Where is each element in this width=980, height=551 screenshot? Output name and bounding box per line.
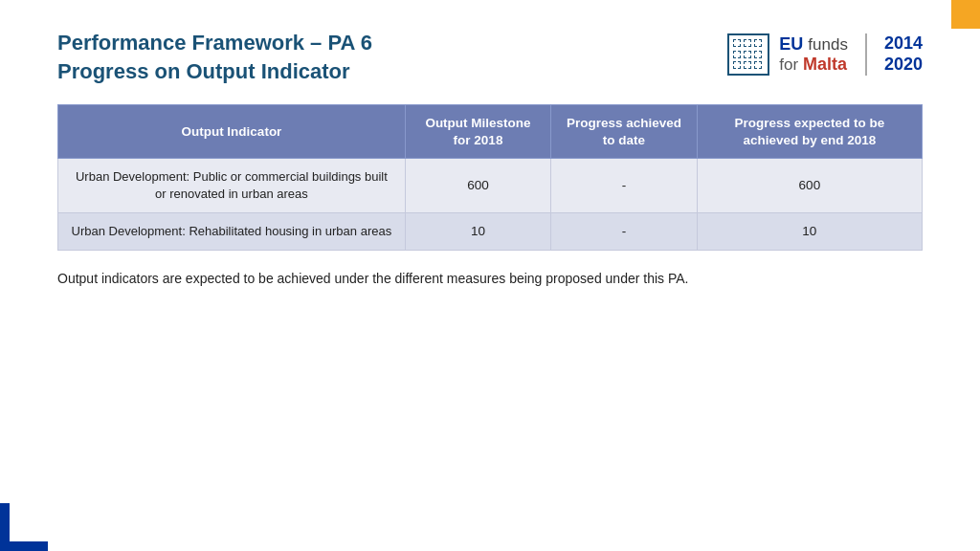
eu-dot-9 (754, 61, 762, 69)
eu-dot-3 (754, 39, 762, 47)
header: Performance Framework – PA 6 Progress on… (57, 29, 923, 85)
eu-funds-text: EU funds (779, 34, 848, 55)
table-row: Urban Development: Rehabilitated housing… (58, 212, 923, 250)
eu-for-malta-text: for Malta (779, 55, 847, 75)
eu-dot-1 (733, 39, 741, 47)
table-row: Urban Development: Public or commercial … (58, 159, 923, 212)
eu-dot-4 (733, 51, 741, 58)
eu-dot-5 (744, 51, 751, 58)
row1-indicator: Urban Development: Public or commercial … (58, 159, 406, 212)
table-header-row: Output Indicator Output Milestone for 20… (58, 105, 923, 159)
eu-logo: EU funds for Malta 2014 2020 (727, 33, 923, 76)
col-header-progress-expected: Progress expected to be achieved by end … (697, 105, 922, 159)
eu-logo-divider (865, 33, 867, 76)
corner-accent-bottom-left (0, 503, 48, 551)
row1-progress-expected: 600 (697, 159, 922, 212)
row2-progress-achieved: - (551, 212, 698, 250)
table-wrapper: Output Indicator Output Milestone for 20… (57, 104, 923, 250)
page-title: Performance Framework – PA 6 Progress on… (57, 29, 372, 85)
eu-dot-8 (744, 61, 751, 69)
col-header-progress-achieved: Progress achieved to date (551, 105, 698, 159)
eu-dot-6 (754, 51, 762, 58)
eu-logo-text: EU funds for Malta (779, 34, 848, 75)
row2-progress-expected: 10 (697, 212, 922, 250)
col-header-milestone: Output Milestone for 2018 (405, 105, 550, 159)
performance-table: Output Indicator Output Milestone for 20… (57, 104, 923, 250)
eu-dot-7 (733, 61, 741, 69)
footer-text: Output indicators are expected to be ach… (57, 268, 923, 289)
eu-logo-icon (727, 33, 769, 76)
page-container: Performance Framework – PA 6 Progress on… (0, 0, 980, 551)
col-header-indicator: Output Indicator (58, 105, 406, 159)
eu-dot-2 (744, 39, 751, 47)
row2-milestone: 10 (405, 212, 550, 250)
row2-indicator: Urban Development: Rehabilitated housing… (58, 212, 406, 250)
row1-milestone: 600 (405, 159, 550, 212)
row1-progress-achieved: - (551, 159, 698, 212)
eu-logo-years: 2014 2020 (884, 33, 923, 75)
corner-accent-top-right (951, 0, 980, 29)
